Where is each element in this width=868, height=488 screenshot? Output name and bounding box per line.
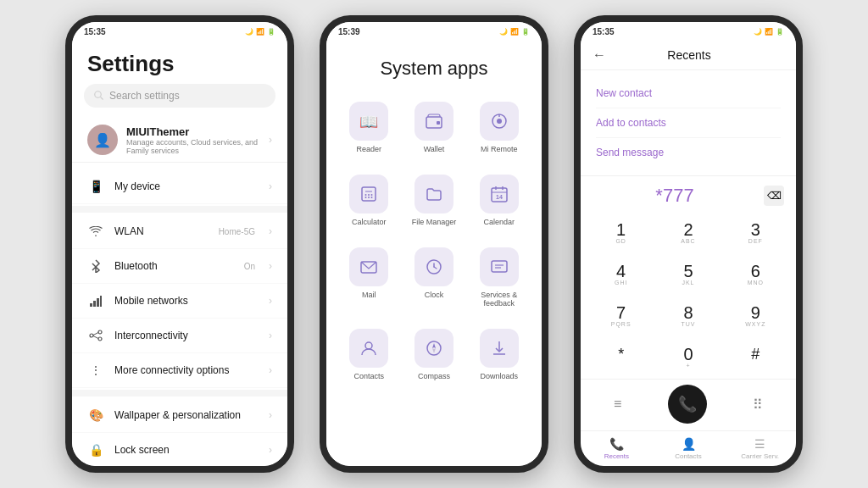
- app-remote[interactable]: Mi Remote: [468, 93, 530, 163]
- phone-icon: 📱: [87, 178, 104, 195]
- chevron-icon: ›: [269, 444, 272, 456]
- app-icon-filemanager: [415, 175, 453, 214]
- settings-title: Settings: [72, 41, 287, 84]
- status-time-3: 15:35: [593, 27, 615, 36]
- app-downloads[interactable]: Downloads: [468, 320, 530, 390]
- app-filemanager[interactable]: File Manager: [403, 166, 465, 236]
- profile-sub: Manage accounts, Cloud services, and Fam…: [126, 138, 260, 155]
- search-bar[interactable]: Search settings: [84, 84, 275, 108]
- recents-header: ← Recents: [581, 41, 796, 70]
- svg-line-32: [434, 267, 437, 269]
- avatar: 👤: [87, 125, 118, 155]
- svg-rect-2: [90, 303, 92, 307]
- status-time-1: 15:35: [84, 27, 106, 36]
- app-name-clock: Clock: [425, 291, 444, 300]
- app-icon-remote: [480, 102, 519, 141]
- mobile-networks-icon: [87, 292, 104, 309]
- svg-marker-39: [432, 348, 436, 353]
- svg-rect-33: [492, 261, 507, 272]
- app-icon-downloads: [480, 329, 519, 368]
- key-3[interactable]: 3 DEF: [722, 212, 789, 253]
- profile-info: MIUIThemer Manage accounts, Cloud servic…: [126, 125, 260, 155]
- sysapps-content: System apps Reader Wallet Mi Remote: [326, 41, 542, 466]
- app-name-reader: Reader: [357, 145, 382, 154]
- item-label-lock: Lock screen: [114, 444, 259, 456]
- key-7[interactable]: 7 PQRS: [587, 295, 654, 336]
- app-name-feedback: Services & feedback: [471, 291, 526, 309]
- app-feedback[interactable]: Services & feedback: [468, 239, 530, 318]
- nav-carrier[interactable]: ☰ Carrier Serv.: [724, 435, 796, 463]
- settings-item-wlan[interactable]: WLAN Home-5G ›: [72, 214, 287, 249]
- app-contacts[interactable]: Contacts: [338, 320, 400, 390]
- search-placeholder: Search settings: [109, 90, 180, 102]
- key-hash[interactable]: #: [722, 336, 789, 379]
- action-send-message[interactable]: Send message: [596, 138, 781, 167]
- profile-row[interactable]: 👤 MIUIThemer Manage accounts, Cloud serv…: [72, 118, 287, 163]
- call-button[interactable]: 📞: [668, 385, 707, 424]
- chevron-icon: ›: [269, 364, 272, 376]
- settings-item-lockscreen[interactable]: 🔒 Lock screen ›: [72, 433, 287, 466]
- app-clock[interactable]: Clock: [403, 239, 465, 318]
- svg-point-14: [497, 119, 502, 124]
- app-wallet[interactable]: Wallet: [403, 93, 465, 163]
- key-9[interactable]: 9 WXYZ: [722, 295, 789, 336]
- key-6[interactable]: 6 MNO: [722, 253, 789, 295]
- app-reader[interactable]: Reader: [338, 93, 400, 163]
- profile-name: MIUIThemer: [126, 125, 260, 138]
- settings-item-mobile[interactable]: Mobile networks ›: [72, 284, 287, 319]
- app-calendar[interactable]: 14 Calendar: [468, 166, 530, 236]
- svg-rect-3: [93, 301, 96, 307]
- settings-item-interconnect[interactable]: Interconnectivity ›: [72, 319, 287, 353]
- bottom-nav: 📞 Recents 👤 Contacts ☰ Carrier Serv.: [581, 430, 796, 466]
- key-4[interactable]: 4 GHI: [587, 253, 654, 295]
- item-value-wlan: Home-5G: [219, 227, 255, 236]
- nav-contacts[interactable]: 👤 Contacts: [653, 435, 725, 463]
- item-label-wlan: WLAN: [114, 225, 209, 237]
- recents-nav-icon: 📞: [609, 437, 624, 451]
- app-mail[interactable]: Mail: [338, 239, 400, 318]
- svg-rect-4: [97, 298, 99, 307]
- key-2[interactable]: 2 ABC: [654, 212, 721, 253]
- app-calculator[interactable]: Calculator: [338, 166, 400, 236]
- svg-line-10: [93, 336, 98, 339]
- moon-icon: 🌙: [245, 28, 253, 36]
- key-0[interactable]: 0 +: [654, 336, 721, 379]
- settings-item-wallpaper[interactable]: 🎨 Wallpaper & personalization ›: [72, 398, 287, 433]
- app-name-calendar: Calendar: [483, 218, 515, 227]
- nav-carrier-label: Carrier Serv.: [741, 452, 779, 460]
- nav-contacts-label: Contacts: [675, 452, 702, 460]
- app-icon-clock: [415, 247, 453, 286]
- app-icon-contacts: [349, 329, 388, 368]
- moon-icon-2: 🌙: [499, 28, 508, 36]
- key-1[interactable]: 1 GD: [587, 212, 654, 253]
- item-value-bluetooth: On: [244, 262, 255, 271]
- back-button[interactable]: ←: [593, 47, 606, 63]
- nav-recents-label: Recents: [604, 452, 629, 460]
- app-icon-reader: [349, 102, 388, 141]
- key-8[interactable]: 8 TUV: [654, 295, 721, 336]
- key-star[interactable]: *: [587, 336, 654, 379]
- nav-recents[interactable]: 📞 Recents: [581, 435, 653, 463]
- svg-point-21: [365, 197, 367, 198]
- status-time-2: 15:39: [338, 27, 360, 36]
- recents-title: Recents: [615, 48, 764, 62]
- divider-2: [72, 390, 287, 396]
- key-5[interactable]: 5 JKL: [654, 253, 721, 295]
- settings-item-mydevice[interactable]: 📱 My device ›: [72, 169, 287, 204]
- contacts-nav-icon: 👤: [682, 437, 696, 451]
- item-label-more: More connectivity options: [114, 364, 259, 376]
- dialer-keypad-toggle[interactable]: ⠿: [753, 396, 763, 413]
- action-new-contact[interactable]: New contact: [596, 79, 781, 108]
- settings-item-more[interactable]: ⋮ More connectivity options ›: [72, 353, 287, 388]
- backspace-button[interactable]: ⌫: [764, 186, 784, 206]
- phone-settings: 15:35 🌙 📶 🔋 Settings Search settings 👤 M…: [65, 15, 294, 473]
- settings-item-bluetooth[interactable]: Bluetooth On ›: [72, 249, 287, 284]
- more-icon: ⋮: [87, 362, 104, 379]
- dialer-voicemail[interactable]: ≡: [614, 396, 621, 412]
- app-name-contacts: Contacts: [354, 372, 385, 381]
- action-add-contact[interactable]: Add to contacts: [596, 108, 781, 138]
- battery-icon-2: 🔋: [521, 28, 530, 36]
- app-compass[interactable]: Compass: [403, 320, 465, 390]
- status-bar-1: 15:35 🌙 📶 🔋: [72, 22, 287, 41]
- phone-system-apps: 15:39 🌙 📶 🔋 System apps Reader Wallet: [320, 15, 548, 473]
